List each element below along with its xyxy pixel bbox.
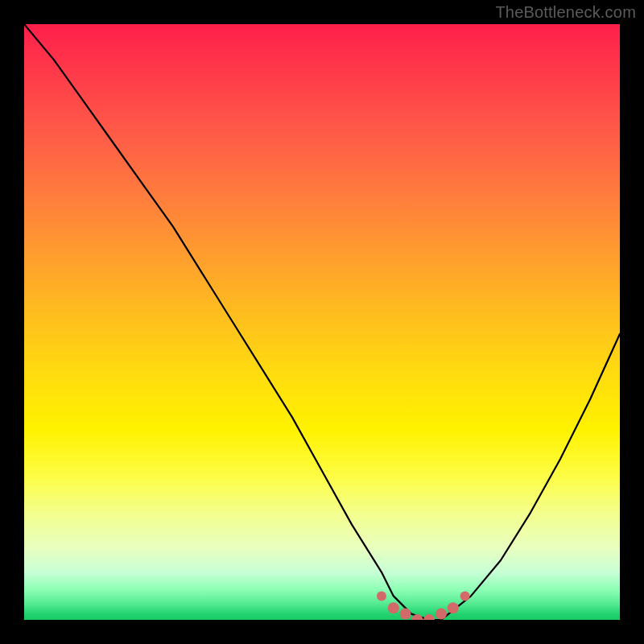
highlight-marker <box>460 591 470 601</box>
chart-stage: TheBottleneck.com <box>0 0 644 644</box>
curve-overlay <box>24 24 620 620</box>
watermark-text: TheBottleneck.com <box>495 3 636 22</box>
highlight-marker <box>436 609 447 620</box>
plot-area <box>24 24 620 620</box>
highlight-marker <box>388 602 399 613</box>
bottleneck-curve <box>24 24 620 620</box>
highlight-markers <box>377 591 470 620</box>
highlight-marker <box>448 602 459 613</box>
highlight-marker <box>377 591 386 601</box>
highlight-marker <box>400 609 411 620</box>
highlight-marker <box>423 614 435 620</box>
